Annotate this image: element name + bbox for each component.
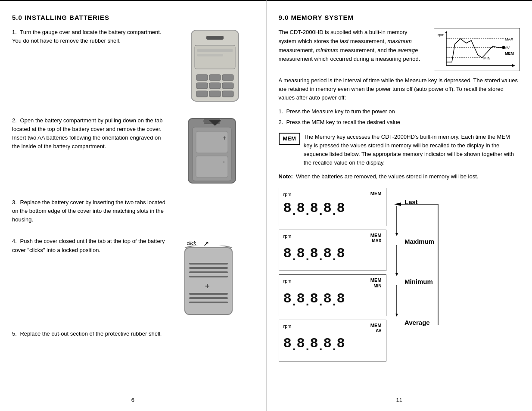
svg-rect-9 xyxy=(209,83,221,89)
display-mem-area-min: MEM MIN xyxy=(370,277,382,288)
svg-rect-3 xyxy=(197,49,233,52)
click-device-svg: + xyxy=(183,246,243,317)
step-4-image: click ↗ + xyxy=(176,237,254,317)
display-digits-min: 8. 8. 8. 8. 8 xyxy=(283,290,382,312)
sequence-svg: Last Maximum Minimum xyxy=(392,188,443,347)
svg-rect-27 xyxy=(189,276,228,277)
svg-marker-51 xyxy=(395,273,398,276)
svg-rect-29 xyxy=(189,297,228,299)
step-1-text: 1. Turn the gauge over and locate the ba… xyxy=(12,28,168,45)
note-label: Note: xyxy=(279,173,293,180)
step-row-3: 3. Replace the battery cover by insertin… xyxy=(12,198,254,224)
svg-text:-: - xyxy=(223,158,225,165)
svg-rect-7 xyxy=(222,75,233,81)
svg-rect-13 xyxy=(222,91,233,97)
right-page: 9.0 MEMORY SYSTEM The CDT-2000HD is supp… xyxy=(266,0,532,411)
step-2-number: 2. xyxy=(12,117,17,124)
svg-marker-48 xyxy=(395,233,398,236)
click-arrow-icon: ↗ xyxy=(203,240,209,248)
display-panel-max: rpm MEM MAX 8. 8. 8. 8. xyxy=(279,230,386,271)
svg-text:Maximum: Maximum xyxy=(404,238,434,245)
left-section-title: 5.0 INSTALLING BATTERIES xyxy=(12,14,254,21)
svg-rect-26 xyxy=(189,271,228,273)
svg-text:MIN: MIN xyxy=(483,56,491,60)
svg-marker-54 xyxy=(395,314,398,317)
right-section-title: 9.0 MEMORY SYSTEM xyxy=(279,14,520,21)
svg-text:MAX: MAX xyxy=(505,37,513,41)
click-label: click xyxy=(187,240,196,246)
svg-rect-1 xyxy=(206,36,224,40)
svg-rect-11 xyxy=(196,91,208,97)
memory-intro-text: The CDT-2000HD is supplied with a built-… xyxy=(279,28,426,71)
svg-text:+: + xyxy=(205,282,210,290)
display-mem-area-avg: MEM AV xyxy=(370,323,382,333)
memory-steps: 1. Press the Measure key to turn the pow… xyxy=(279,107,520,126)
memory-graph: rpm t MAX AV MIN MEM xyxy=(434,28,520,71)
battery-compartment-svg: + - xyxy=(185,116,245,185)
step-row-1: 1. Turn the gauge over and locate the ba… xyxy=(12,28,254,103)
display-row-max: rpm MEM MAX 8. 8. 8. 8. xyxy=(279,230,386,271)
display-mem-area-max: MEM MAX xyxy=(370,233,382,243)
svg-rect-25 xyxy=(189,267,228,269)
memory-paragraph2: A measuring period is the interval of ti… xyxy=(279,76,520,102)
display-rpm-avg: rpm xyxy=(283,323,292,330)
display-row-avg: rpm MEM AV 8. 8. 8. 8. xyxy=(279,320,386,361)
step-4-text: 4. Push the cover closed until the tab a… xyxy=(12,237,168,254)
svg-text:Minimum: Minimum xyxy=(404,278,433,285)
svg-rect-28 xyxy=(189,293,228,295)
display-sequence-container: rpm MEM 8. 8. 8. 8. 8 xyxy=(279,188,520,361)
step-5-number: 5. xyxy=(12,330,17,337)
left-page-number: 6 xyxy=(131,397,134,403)
right-content: The CDT-2000HD is supplied with a built-… xyxy=(279,28,520,361)
note-paragraph: Note: When the batteries are removed, th… xyxy=(279,172,520,181)
svg-rect-22 xyxy=(185,248,232,314)
display-mem-area-last: MEM xyxy=(370,191,382,196)
step-1-image xyxy=(176,28,254,103)
memory-step-1-text: Press the Measure key to turn the power … xyxy=(286,108,395,115)
display-digits-avg: 8. 8. 8. 8. 8 xyxy=(283,335,382,357)
step-1-number: 1. xyxy=(12,29,17,35)
svg-point-44 xyxy=(502,46,505,49)
step-3-number: 3. xyxy=(12,199,17,206)
panels-column: rpm MEM 8. 8. 8. 8. 8 xyxy=(279,188,386,361)
step-2-image: + - xyxy=(176,116,254,185)
svg-rect-10 xyxy=(222,83,233,89)
display-rpm-last: rpm xyxy=(283,191,292,198)
svg-rect-12 xyxy=(209,91,221,97)
left-page: 5.0 INSTALLING BATTERIES 1. Turn the gau… xyxy=(0,0,266,411)
svg-text:AV: AV xyxy=(505,46,510,50)
display-panel-avg: rpm MEM AV 8. 8. 8. 8. xyxy=(279,320,386,361)
display-panel-last: rpm MEM 8. 8. 8. 8. 8 xyxy=(279,188,386,226)
display-rpm-min: rpm xyxy=(283,277,292,285)
step-row-2: 2. Open the battery compartment by pulli… xyxy=(12,116,254,185)
svg-rect-30 xyxy=(189,302,228,303)
note-text: When the batteries are removed, the valu… xyxy=(296,173,478,180)
mem-key-box: MEM xyxy=(279,133,300,145)
step-3-text: 3. Replace the battery cover by insertin… xyxy=(12,198,168,224)
display-digits-max: 8. 8. 8. 8. 8 xyxy=(283,245,382,267)
click-image-container: click ↗ + xyxy=(183,237,247,317)
svg-rect-4 xyxy=(197,54,223,56)
memory-step-2-text: Press the MEM key to recall the desired … xyxy=(286,119,400,125)
display-row-min: rpm MEM MIN 8. 8. 8. 8. xyxy=(279,274,386,316)
display-rpm-max: rpm xyxy=(283,233,292,240)
mem-key-paragraph: MEM The Memory key accesses the CDT-2000… xyxy=(279,133,520,168)
sequence-arrows: Last Maximum Minimum xyxy=(392,188,443,347)
step-row-4: 4. Push the cover closed until the tab a… xyxy=(12,237,254,317)
left-content: 1. Turn the gauge over and locate the ba… xyxy=(12,28,254,352)
svg-rect-6 xyxy=(209,75,221,81)
step-4-number: 4. xyxy=(12,238,17,244)
memory-graph-svg: rpm t MAX AV MIN MEM xyxy=(437,31,517,69)
step-2-text: 2. Open the battery compartment by pulli… xyxy=(12,116,168,151)
display-panel-min: rpm MEM MIN 8. 8. 8. 8. xyxy=(279,274,386,316)
mem-key-para-text: The Memory key accesses the CDT-2000HD's… xyxy=(304,133,520,168)
display-digits-last: 8. 8. 8. 8. 8 xyxy=(283,200,382,222)
step-5-text: 5. Replace the cut-out section of the pr… xyxy=(12,330,168,338)
right-page-number: 11 xyxy=(396,397,402,403)
memory-intro: The CDT-2000HD is supplied with a built-… xyxy=(279,28,520,71)
svg-text:MEM: MEM xyxy=(505,51,514,56)
svg-text:Average: Average xyxy=(404,319,430,326)
memory-step-2: 2. Press the MEM key to recall the desir… xyxy=(279,118,520,127)
svg-text:+: + xyxy=(223,134,226,141)
memory-step-1-number: 1. xyxy=(279,108,283,115)
